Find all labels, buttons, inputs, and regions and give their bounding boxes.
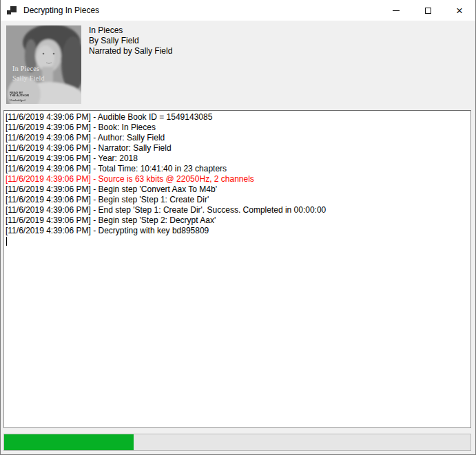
log-line: [11/6/2019 4:39:06 PM] - Begin step 'Con… [6,184,469,195]
cover-title-text: In Pieces [12,65,39,72]
log-line: [11/6/2019 4:39:06 PM] - Decrypting with… [6,226,469,236]
cover-edition-text: Unabridged [10,98,25,102]
book-cover-art: In Pieces Sally Field READ BY THE AUTHOR… [6,25,81,104]
maximize-icon [425,8,431,14]
log-line: [11/6/2019 4:39:06 PM] - Narrator: Sally… [6,143,469,154]
log-line: [11/6/2019 4:39:06 PM] - Audible Book ID… [6,112,469,123]
log-line: [11/6/2019 4:39:06 PM] - Book: In Pieces [6,123,469,133]
window-controls: × [380,0,475,21]
progress-bar [3,434,471,451]
book-title: In Pieces [89,25,172,36]
title-bar[interactable]: Decrypting In Pieces × [1,0,475,21]
maximize-button[interactable] [412,0,444,21]
log-line: [11/6/2019 4:39:06 PM] - Author: Sally F… [6,133,469,143]
log-line: [11/6/2019 4:39:06 PM] - End step 'Step … [6,205,469,215]
cover-read-by-text: READ BY THE AUTHOR [10,91,29,97]
log-line: [11/6/2019 4:39:06 PM] - Begin step 'Ste… [6,195,469,205]
log-line: [11/6/2019 4:39:06 PM] - Year: 2018 [6,154,469,164]
app-icon[interactable] [7,5,18,16]
log-line: [11/6/2019 4:39:06 PM] - Total Time: 10:… [6,164,469,174]
progress-fill [4,434,134,450]
close-button[interactable]: × [444,0,475,21]
log-textbox[interactable]: [11/6/2019 4:39:06 PM] - Audible Book ID… [3,110,471,428]
text-cursor [6,237,7,246]
book-info: In Pieces By Sally Field Narrated by Sal… [89,25,172,56]
book-author: By Sally Field [89,36,172,46]
minimize-icon [393,10,400,11]
minimize-button[interactable] [380,0,412,21]
app-icon-square-large [10,6,17,12]
close-icon: × [456,5,463,17]
log-line: [11/6/2019 4:39:06 PM] - Begin step 'Ste… [6,215,469,226]
window-title: Decrypting In Pieces [23,6,99,15]
cover-author-text: Sally Field [12,74,45,82]
log-line: [11/6/2019 4:39:06 PM] - Source is 63 kb… [6,174,469,184]
book-narrator: Narrated by Sally Field [89,46,172,56]
app-window: Decrypting In Pieces × [0,0,476,455]
